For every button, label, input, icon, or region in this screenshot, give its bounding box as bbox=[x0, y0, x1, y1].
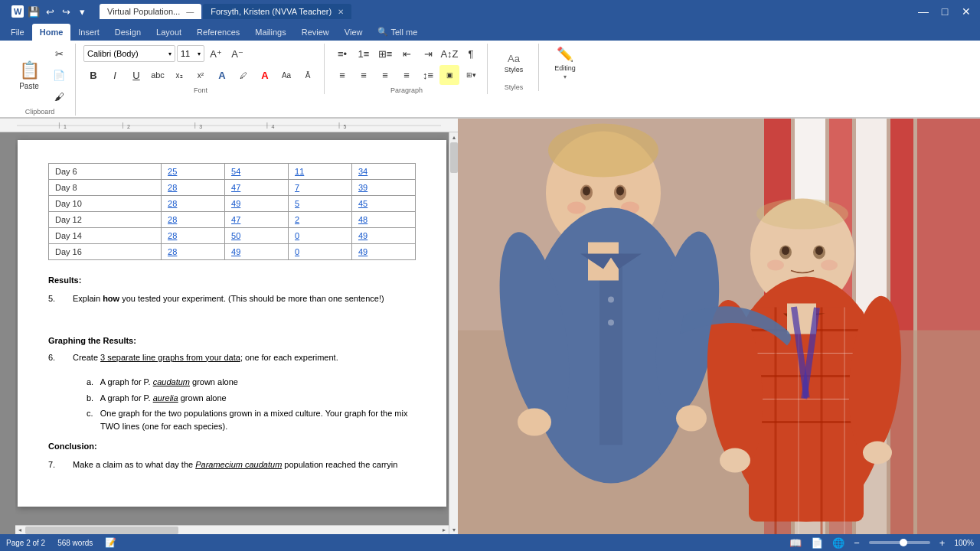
num-cell[interactable]: 54 bbox=[225, 164, 289, 180]
num-cell[interactable]: 0 bbox=[289, 244, 352, 260]
tab-design[interactable]: Design bbox=[107, 24, 149, 41]
num-cell[interactable]: 47 bbox=[225, 212, 289, 228]
num-cell[interactable]: 28 bbox=[162, 196, 225, 212]
minimize-btn[interactable]: — bbox=[916, 4, 931, 19]
maximize-btn[interactable]: □ bbox=[937, 4, 952, 19]
close-btn[interactable]: ✕ bbox=[959, 4, 974, 19]
increase-font-btn[interactable]: A⁺ bbox=[206, 44, 226, 64]
num-cell[interactable]: 49 bbox=[225, 244, 289, 260]
text-effects-btn[interactable]: A bbox=[212, 65, 232, 85]
subscript-btn[interactable]: x₂ bbox=[169, 65, 189, 85]
num-cell[interactable]: 11 bbox=[289, 164, 352, 180]
multilevel-btn[interactable]: ⊞≡ bbox=[375, 44, 395, 64]
cut-button[interactable]: ✂ bbox=[49, 44, 69, 64]
num-cell[interactable]: 39 bbox=[352, 180, 416, 196]
num-cell[interactable]: 49 bbox=[352, 228, 416, 244]
align-center-btn[interactable]: ≡ bbox=[354, 65, 374, 85]
num-cell[interactable]: 0 bbox=[289, 228, 352, 244]
view-print-btn[interactable]: 📄 bbox=[811, 537, 823, 549]
decrease-indent-btn[interactable]: ⇤ bbox=[397, 44, 416, 64]
tab-layout[interactable]: Layout bbox=[149, 24, 189, 41]
h-scroll-thumb[interactable] bbox=[25, 527, 178, 534]
strikethrough-btn[interactable]: abc bbox=[148, 65, 168, 85]
num-cell[interactable]: 28 bbox=[162, 228, 225, 244]
num-cell[interactable]: 34 bbox=[352, 164, 416, 180]
paste-button[interactable]: 📋 Paste bbox=[11, 56, 47, 94]
tab-references[interactable]: References bbox=[189, 24, 247, 41]
decrease-font-btn[interactable]: A⁻ bbox=[227, 44, 247, 64]
q5-explain: Explain bbox=[73, 294, 103, 303]
q5-bold: how bbox=[103, 294, 119, 303]
redo-quick-btn[interactable]: ↪ bbox=[59, 5, 73, 18]
align-right-btn[interactable]: ≡ bbox=[375, 65, 395, 85]
v-scroll-down-btn[interactable]: ▾ bbox=[449, 525, 458, 534]
save-quick-btn[interactable]: 💾 bbox=[27, 5, 41, 18]
background-svg bbox=[458, 119, 980, 534]
q5-text: Explain how you tested your experiment. … bbox=[73, 292, 416, 305]
h-scroll-right-btn[interactable]: ▸ bbox=[439, 526, 449, 535]
h-scroll-left-btn[interactable]: ◂ bbox=[15, 526, 24, 535]
font-color-btn[interactable]: A bbox=[255, 65, 275, 85]
zoom-slider[interactable] bbox=[869, 541, 930, 544]
num-cell[interactable]: 47 bbox=[225, 180, 289, 196]
q7-rest: population reached the carryin bbox=[282, 460, 397, 469]
bold-btn[interactable]: B bbox=[83, 65, 103, 85]
italic-btn[interactable]: I bbox=[105, 65, 125, 85]
num-cell[interactable]: 49 bbox=[352, 244, 416, 260]
num-cell[interactable]: 28 bbox=[162, 180, 225, 196]
num-cell[interactable]: 48 bbox=[352, 212, 416, 228]
underline-btn[interactable]: U bbox=[126, 65, 146, 85]
num-cell[interactable]: 25 bbox=[162, 164, 225, 180]
num-cell[interactable]: 5 bbox=[289, 196, 352, 212]
tab-home[interactable]: Home bbox=[32, 24, 71, 41]
superscript-btn[interactable]: x² bbox=[191, 65, 211, 85]
num-cell[interactable]: 2 bbox=[289, 212, 352, 228]
format-painter-button[interactable]: 🖌 bbox=[49, 86, 69, 106]
customize-quick-btn[interactable]: ▾ bbox=[75, 5, 89, 18]
num-cell[interactable]: 28 bbox=[162, 212, 225, 228]
line-spacing-btn[interactable]: ↕≡ bbox=[418, 65, 438, 85]
copy-button[interactable]: 📄 bbox=[49, 65, 69, 85]
num-cell[interactable]: 50 bbox=[225, 228, 289, 244]
tab-mailings[interactable]: Mailings bbox=[247, 24, 293, 41]
zoom-plus-btn[interactable]: + bbox=[939, 537, 946, 549]
tab-review[interactable]: Review bbox=[294, 24, 337, 41]
doc-tab-virtual[interactable]: Virtual Population... — bbox=[100, 4, 201, 19]
font-size-selector[interactable]: 11 ▾ bbox=[177, 45, 204, 62]
num-cell[interactable]: 49 bbox=[225, 196, 289, 212]
svg-point-22 bbox=[548, 124, 658, 178]
undo-quick-btn[interactable]: ↩ bbox=[43, 5, 57, 18]
doc-tab-minimize[interactable]: — bbox=[186, 8, 194, 16]
align-left-btn[interactable]: ≡ bbox=[332, 65, 352, 85]
font-name-selector[interactable]: Calibri (Body) ▾ bbox=[83, 45, 175, 62]
v-scroll-up-btn[interactable]: ▴ bbox=[449, 132, 458, 142]
tab-insert[interactable]: Insert bbox=[70, 24, 107, 41]
clear-format-btn[interactable]: Ā bbox=[298, 65, 318, 85]
highlight-btn[interactable]: 🖊 bbox=[234, 65, 253, 85]
tab-tellme[interactable]: 🔍 Tell me bbox=[370, 23, 425, 41]
num-cell[interactable]: 7 bbox=[289, 180, 352, 196]
num-cell[interactable]: 28 bbox=[162, 244, 225, 260]
show-hide-btn[interactable]: ¶ bbox=[461, 44, 481, 64]
justify-btn[interactable]: ≡ bbox=[397, 65, 416, 85]
styles-button[interactable]: Aa Styles bbox=[495, 44, 532, 82]
sort-btn[interactable]: A↕Z bbox=[439, 44, 459, 64]
doc-tab-forsyth[interactable]: Forsyth, Kristen (NVVA Teacher) ✕ bbox=[203, 4, 351, 19]
zoom-minus-btn[interactable]: − bbox=[854, 537, 860, 549]
numbering-btn[interactable]: 1≡ bbox=[354, 44, 374, 64]
borders-btn[interactable]: ⊞▾ bbox=[461, 65, 481, 85]
doc-tab-close[interactable]: ✕ bbox=[338, 8, 344, 16]
increase-indent-btn[interactable]: ⇥ bbox=[418, 44, 438, 64]
tab-file[interactable]: File bbox=[3, 24, 32, 41]
view-web-btn[interactable]: 🌐 bbox=[832, 537, 844, 549]
tab-view[interactable]: View bbox=[337, 24, 371, 41]
view-read-btn[interactable]: 📖 bbox=[789, 537, 802, 549]
v-scroll-thumb[interactable] bbox=[450, 142, 458, 173]
num-cell[interactable]: 45 bbox=[352, 196, 416, 212]
bullets-btn[interactable]: ≡• bbox=[332, 44, 352, 64]
font-size-aa-btn[interactable]: Aa bbox=[276, 65, 296, 85]
editing-button[interactable]: ✏️ Editing ▾ bbox=[547, 44, 583, 82]
shading-btn[interactable]: ▣ bbox=[439, 65, 459, 85]
editing-label: Editing bbox=[554, 64, 576, 72]
question-5: 5. Explain how you tested your experimen… bbox=[48, 292, 416, 305]
